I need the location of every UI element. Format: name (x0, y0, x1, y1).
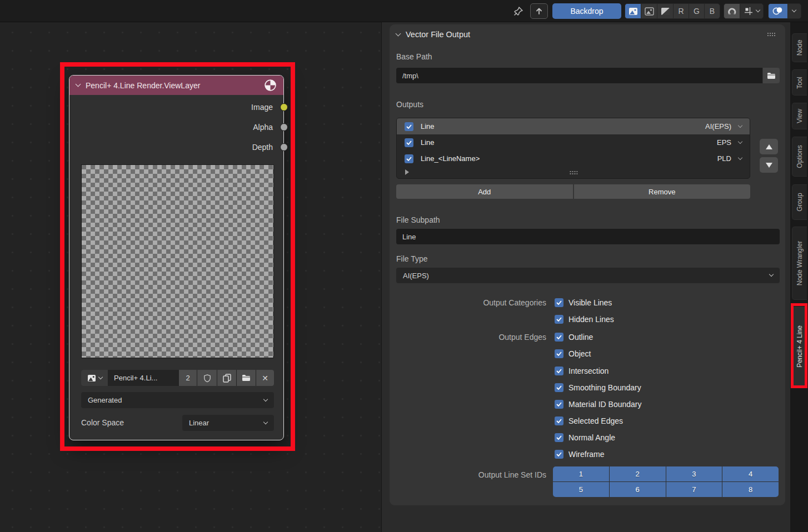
check-visible-lines[interactable]: Visible Lines (555, 297, 612, 309)
move-output-up-button[interactable] (760, 139, 778, 154)
magnet-icon (727, 7, 737, 16)
new-copy-button[interactable] (217, 370, 236, 386)
channel-red-button[interactable]: R (674, 4, 689, 18)
output-format-dropdown[interactable]: PLD (717, 154, 731, 163)
base-path-label: Base Path (396, 52, 432, 61)
list-filter-expand-icon[interactable] (405, 169, 409, 175)
tab-node[interactable]: Node (792, 33, 807, 62)
image-name-field[interactable]: Pencil+ 4.Li... (108, 370, 178, 386)
overlays-icon (772, 7, 783, 16)
tab-view[interactable]: View (792, 103, 807, 129)
check-intersection[interactable]: Intersection (555, 365, 609, 377)
shield-icon (203, 374, 211, 383)
depth-output-socket[interactable] (280, 143, 288, 151)
remove-output-button[interactable]: Remove (574, 184, 751, 199)
image-output-socket[interactable] (280, 103, 288, 111)
tab-group[interactable]: Group (792, 184, 807, 220)
move-output-down-button[interactable] (760, 157, 778, 173)
panel-drag-grip[interactable] (767, 32, 776, 37)
check-selected-edges[interactable]: Selected Edges (555, 415, 623, 427)
line-set-id-toggle[interactable]: 4 (722, 466, 779, 481)
channel-color-button[interactable] (641, 4, 657, 18)
image-browse-button[interactable] (81, 370, 108, 386)
socket-row-depth: Depth (69, 139, 283, 155)
base-path-field[interactable]: /tmp\ (396, 68, 762, 83)
folder-icon (242, 374, 251, 382)
image-source-dropdown[interactable]: Generated (81, 392, 274, 408)
line-set-id-toggle[interactable]: 7 (666, 482, 722, 497)
user-count-button[interactable]: 2 (179, 370, 197, 386)
output-row[interactable]: Line EPS (397, 134, 750, 150)
unlink-button[interactable]: ✕ (256, 370, 274, 386)
check-object[interactable]: Object (555, 348, 591, 360)
go-to-parent-button[interactable] (530, 3, 548, 19)
line-set-id-toggle[interactable]: 3 (666, 466, 722, 481)
pin-icon[interactable] (510, 3, 527, 19)
snap-toggle-button[interactable] (724, 4, 740, 18)
check-label: Selected Edges (568, 416, 623, 425)
file-type-dropdown[interactable]: AI(EPS) (396, 268, 780, 283)
collapse-chevron-icon[interactable] (76, 82, 81, 87)
output-enabled-checkbox[interactable] (405, 122, 413, 131)
check-wireframe[interactable]: Wireframe (555, 448, 605, 460)
socket-label: Depth (252, 143, 273, 152)
overlays-toggle-button[interactable] (769, 4, 788, 18)
tab-options[interactable]: Options (792, 137, 807, 177)
check-smoothing-boundary[interactable]: Smoothing Boundary (555, 382, 641, 394)
alpha-output-socket[interactable] (280, 123, 288, 131)
output-row[interactable]: Line_<LineName> PLD (397, 150, 750, 167)
line-set-id-toggle[interactable]: 5 (553, 482, 609, 497)
file-browse-button[interactable] (763, 68, 780, 83)
chevron-down-icon (738, 139, 742, 143)
file-type-value: AI(EPS) (403, 272, 429, 280)
line-set-id-toggle[interactable]: 6 (610, 482, 666, 497)
add-output-button[interactable]: Add (396, 184, 573, 199)
output-categories-label: Output Categories (390, 298, 546, 307)
socket-label: Alpha (253, 123, 273, 132)
snap-settings-dropdown[interactable] (740, 4, 763, 18)
output-enabled-checkbox[interactable] (405, 154, 413, 163)
file-subpath-field[interactable]: Line (396, 229, 780, 244)
socket-row-image: Image (69, 99, 283, 115)
channel-alpha-button[interactable] (657, 4, 674, 18)
output-format-dropdown[interactable]: AI(EPS) (705, 122, 731, 131)
output-format-dropdown[interactable]: EPS (717, 138, 731, 147)
check-hidden-lines[interactable]: Hidden Lines (555, 313, 614, 325)
triangle-up-icon (766, 144, 772, 149)
backdrop-toggle-button[interactable]: Backdrop (552, 3, 621, 19)
snap-grid-icon (744, 7, 753, 16)
file-type-label: File Type (396, 254, 428, 263)
pencil-line-render-node[interactable]: Pencil+ 4.Line Render.ViewLayer Image Al… (69, 75, 284, 440)
file-subpath-label: File Subpath (396, 215, 440, 224)
image-icon (87, 374, 96, 382)
overlays-dropdown-button[interactable] (788, 4, 801, 18)
channel-blue-button[interactable]: B (705, 4, 720, 18)
socket-row-alpha: Alpha (69, 119, 283, 135)
check-outline[interactable]: Outline (555, 331, 593, 343)
line-set-id-toggle[interactable]: 8 (722, 482, 779, 497)
node-header[interactable]: Pencil+ 4.Line Render.ViewLayer (69, 76, 283, 95)
color-space-dropdown[interactable]: Linear (182, 415, 274, 431)
vector-file-output-panel: Vector File Output Base Path /tmp\ Outpu… (390, 24, 785, 505)
check-label: Hidden Lines (568, 315, 614, 324)
channel-green-button[interactable]: G (689, 4, 705, 18)
check-label: Smoothing Boundary (568, 383, 641, 392)
chevron-down-icon (263, 419, 268, 424)
fake-user-button[interactable] (197, 370, 217, 386)
check-normal-angle[interactable]: Normal Angle (555, 431, 615, 444)
tab-pencil-4-line[interactable]: Pencil+ 4 Line (792, 307, 807, 387)
panel-collapse-chevron-icon[interactable] (396, 31, 401, 36)
output-enabled-checkbox[interactable] (405, 138, 413, 147)
render-layer-ball-icon (264, 79, 277, 92)
channel-color-alpha-button[interactable] (625, 4, 641, 18)
tab-tool[interactable]: Tool (792, 69, 807, 96)
snap-group (724, 3, 764, 19)
tab-node-wrangler[interactable]: Node Wrangler (792, 227, 807, 300)
list-resize-grip[interactable] (569, 170, 577, 174)
open-image-button[interactable] (237, 370, 256, 386)
output-row[interactable]: Line AI(EPS) (397, 118, 750, 134)
line-set-id-toggle[interactable]: 2 (610, 466, 666, 481)
folder-icon (767, 72, 776, 79)
line-set-id-toggle[interactable]: 1 (553, 466, 609, 481)
check-material-id-boundary[interactable]: Material ID Boundary (555, 398, 642, 410)
